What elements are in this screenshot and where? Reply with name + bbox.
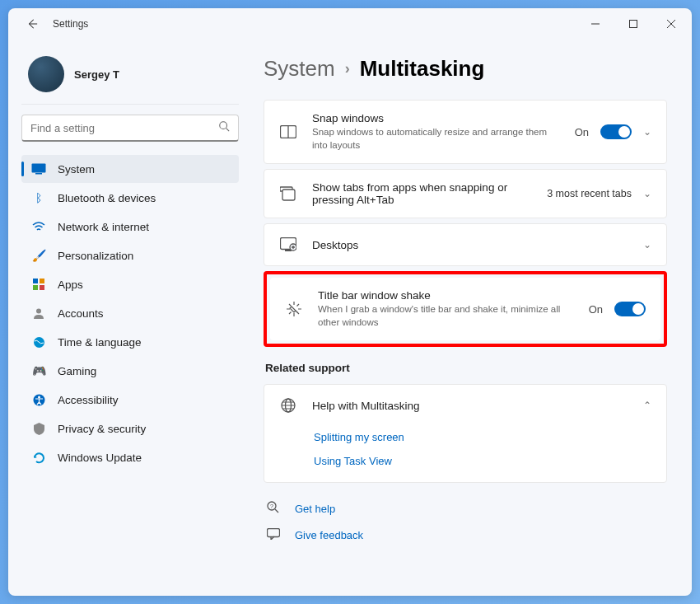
help-link-splitting[interactable]: Splitting my screen (314, 431, 651, 443)
give-feedback-link[interactable]: Give feedback (267, 528, 664, 542)
nav-label: Windows Update (58, 452, 142, 464)
shake-toggle[interactable] (614, 302, 646, 316)
nav-label: Privacy & security (58, 423, 146, 435)
settings-window: Settings Sergey T System ᛒBluetooth & de… (8, 8, 692, 596)
bluetooth-icon: ᛒ (31, 190, 46, 205)
snap-toggle[interactable] (600, 124, 632, 139)
svg-point-1 (220, 122, 227, 129)
avatar (28, 56, 64, 92)
desktops-icon (279, 236, 297, 254)
nav-system[interactable]: System (21, 155, 239, 183)
title-bar-shake-card[interactable]: Title bar window shake When I grab a win… (270, 278, 660, 340)
nav-apps[interactable]: Apps (21, 270, 239, 298)
accessibility-icon (31, 392, 46, 407)
toggle-state: On (575, 126, 589, 138)
svg-rect-3 (35, 173, 42, 175)
help-icon: ? (267, 501, 282, 517)
help-header[interactable]: Help with Multitasking ⌃ (264, 385, 666, 426)
apps-icon (31, 277, 46, 292)
nav-bluetooth[interactable]: ᛒBluetooth & devices (21, 184, 239, 212)
gaming-icon: 🎮 (31, 363, 46, 378)
nav-time[interactable]: Time & language (21, 328, 239, 356)
link-text: Get help (295, 503, 335, 515)
nav-label: Accessibility (58, 394, 119, 406)
card-desc: When I grab a window's title bar and sha… (318, 303, 574, 329)
profile-name: Sergey T (74, 68, 119, 81)
snap-icon (279, 123, 297, 141)
titlebar: Settings (8, 8, 692, 40)
window-title: Settings (53, 18, 88, 30)
feedback-icon (267, 528, 282, 542)
get-help-link[interactable]: ? Get help (267, 501, 664, 517)
highlight-annotation: Title bar window shake When I grab a win… (264, 271, 667, 347)
personalization-icon: 🖌️ (31, 248, 46, 263)
sidebar: Sergey T System ᛒBluetooth & devices Net… (8, 40, 247, 596)
svg-rect-13 (282, 190, 295, 200)
svg-rect-2 (32, 164, 46, 173)
link-text: Give feedback (295, 529, 363, 541)
breadcrumb: System › Multitasking (264, 56, 667, 82)
nav-label: Gaming (58, 365, 96, 377)
svg-rect-6 (33, 285, 38, 290)
breadcrumb-parent[interactable]: System (264, 56, 335, 82)
profile[interactable]: Sergey T (21, 51, 239, 105)
nav-accessibility[interactable]: Accessibility (21, 386, 239, 414)
card-title: Show tabs from apps when snapping or pre… (312, 181, 532, 206)
help-link-taskview[interactable]: Using Task View (314, 455, 651, 467)
card-title: Title bar window shake (318, 289, 574, 302)
help-title: Help with Multitasking (312, 400, 628, 412)
nav-label: Personalization (58, 250, 133, 262)
nav-label: Network & internet (58, 221, 149, 233)
nav-accounts[interactable]: Accounts (21, 299, 239, 327)
svg-rect-4 (33, 279, 38, 283)
search-input[interactable] (30, 122, 218, 134)
card-title: Snap windows (312, 112, 560, 124)
shake-icon (285, 300, 303, 318)
privacy-icon (31, 421, 46, 436)
main-content: System › Multitasking Snap windows Snap … (247, 40, 692, 596)
svg-rect-21 (268, 529, 280, 537)
breadcrumb-current: Multitasking (360, 56, 485, 82)
card-desc: Snap windows to automatically resize and… (312, 126, 560, 152)
system-icon (31, 162, 46, 176)
nav: System ᛒBluetooth & devices Network & in… (21, 155, 239, 471)
svg-rect-5 (40, 279, 44, 283)
nav-label: Accounts (58, 307, 104, 320)
update-icon (31, 450, 46, 465)
nav-network[interactable]: Network & internet (21, 213, 239, 241)
svg-point-8 (36, 309, 41, 314)
nav-gaming[interactable]: 🎮Gaming (21, 357, 239, 385)
search-box[interactable] (21, 115, 239, 142)
nav-label: Bluetooth & devices (58, 192, 156, 204)
time-icon (31, 335, 46, 349)
accounts-icon (31, 306, 46, 321)
minimize-button[interactable] (576, 12, 614, 36)
search-icon (218, 120, 230, 135)
svg-rect-7 (40, 285, 44, 290)
close-button[interactable] (652, 12, 690, 36)
card-title: Desktops (312, 239, 628, 251)
globe-icon (279, 396, 297, 414)
toggle-state: On (589, 303, 603, 316)
chevron-down-icon[interactable]: ⌄ (643, 239, 651, 250)
nav-update[interactable]: Windows Update (21, 443, 239, 471)
desktops-card[interactable]: Desktops ⌄ (264, 223, 667, 266)
chevron-up-icon[interactable]: ⌃ (643, 400, 651, 411)
alt-tab-card[interactable]: Show tabs from apps when snapping or pre… (264, 169, 667, 218)
snap-windows-card[interactable]: Snap windows Snap windows to automatical… (264, 100, 667, 164)
help-card: Help with Multitasking ⌃ Splitting my sc… (264, 384, 667, 483)
tabs-dropdown[interactable]: 3 most recent tabs (547, 188, 632, 199)
nav-label: System (58, 163, 95, 176)
nav-personalization[interactable]: 🖌️Personalization (21, 241, 239, 269)
svg-rect-0 (630, 21, 637, 28)
svg-point-11 (38, 396, 40, 398)
network-icon (31, 219, 46, 234)
maximize-button[interactable] (614, 12, 652, 36)
chevron-right-icon: › (345, 60, 350, 77)
chevron-down-icon[interactable]: ⌄ (643, 188, 651, 199)
nav-privacy[interactable]: Privacy & security (21, 414, 239, 442)
nav-label: Time & language (58, 336, 142, 349)
back-button[interactable] (25, 16, 40, 31)
nav-label: Apps (58, 279, 83, 291)
chevron-down-icon[interactable]: ⌄ (643, 126, 651, 138)
